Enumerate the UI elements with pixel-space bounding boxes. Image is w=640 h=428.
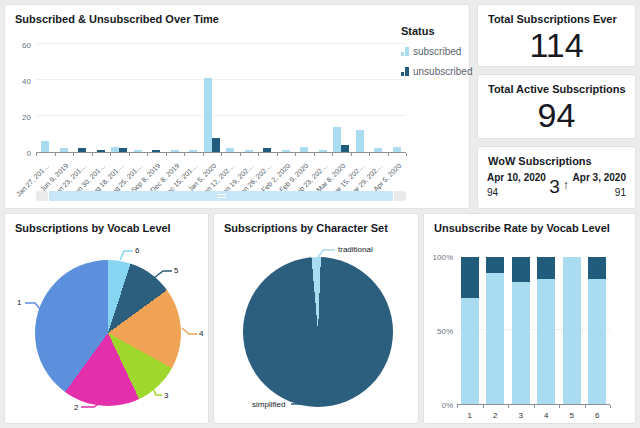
legend-item-unsubscribed[interactable]: unsubscribed: [401, 66, 469, 77]
bar-group: [585, 257, 611, 404]
axis-tick: [388, 153, 389, 156]
panel-wow-subscriptions: WoW Subscriptions Apr 10, 2020 94 3 ↑ Ap…: [477, 146, 636, 209]
scrollbar-thumb[interactable]: [49, 191, 393, 201]
pie-slice-label: 5: [174, 266, 178, 275]
axis-tick: [129, 153, 130, 156]
axis-tick: [73, 153, 74, 156]
bar-group: [258, 45, 277, 152]
axis-tick: [184, 153, 185, 156]
scrollbar-left-handle[interactable]: [36, 191, 48, 201]
date-range-scrollbar[interactable]: [36, 191, 406, 201]
pie-slice-label: 3: [164, 391, 168, 400]
pie-slice-label: 6: [135, 246, 139, 255]
stacked-bar[interactable]: [512, 257, 530, 404]
panel-total-active-subscriptions: Total Active Subscriptions 94: [477, 74, 636, 139]
pie-slice-label: simplified: [252, 400, 285, 409]
stacked-segment-subscribed[interactable]: [537, 279, 555, 404]
stacked-segment-unsubscribed[interactable]: [461, 257, 479, 298]
bar-subscribed[interactable]: [245, 150, 253, 152]
bar-group: [184, 45, 203, 152]
stacked-bar-plot: [457, 257, 610, 405]
panel-subscriptions-by-character-set: Subscriptions by Character Set tradition…: [213, 213, 419, 424]
time-series-plot: [36, 45, 406, 153]
axis-tick: [534, 405, 535, 408]
legend-item-label: unsubscribed: [413, 66, 472, 77]
panel-title: Subscriptions by Character Set: [224, 222, 388, 234]
legend-item-subscribed[interactable]: subscribed: [401, 46, 469, 57]
bar-subscribed[interactable]: [204, 78, 212, 152]
bar-subscribed[interactable]: [134, 150, 142, 152]
bar-subscribed[interactable]: [226, 148, 234, 152]
bar-unsubscribed[interactable]: [97, 150, 105, 152]
bar-unsubscribed[interactable]: [263, 148, 271, 152]
axis-tick: [483, 405, 484, 408]
stacked-bar[interactable]: [537, 257, 555, 404]
bar-subscribed[interactable]: [171, 150, 179, 152]
stacked-segment-subscribed[interactable]: [486, 273, 504, 404]
stacked-segment-subscribed[interactable]: [563, 257, 581, 404]
stacked-segment-unsubscribed[interactable]: [588, 257, 606, 279]
bar-group: [55, 45, 74, 152]
axis-tick: [610, 405, 611, 408]
bar-subscribed[interactable]: [300, 147, 308, 152]
stacked-bar[interactable]: [486, 257, 504, 404]
wow-current-value: 94: [487, 187, 546, 198]
wow-comparison-row: Apr 10, 2020 94 3 ↑ Apr 3, 2020 91: [487, 172, 626, 198]
bar-unsubscribed[interactable]: [78, 148, 86, 152]
bar-subscribed[interactable]: [393, 147, 401, 152]
wow-current-period: Apr 10, 2020 94: [487, 172, 546, 198]
stacked-segment-subscribed[interactable]: [461, 298, 479, 404]
bar-subscribed[interactable]: [319, 150, 327, 152]
bar-group: [277, 45, 296, 152]
bar-unsubscribed[interactable]: [212, 138, 220, 152]
axis-tick: [92, 153, 93, 156]
bar-subscribed[interactable]: [189, 150, 197, 152]
bar-subscribed[interactable]: [282, 150, 290, 152]
bar-unsubscribed[interactable]: [341, 145, 349, 152]
gridline: [36, 43, 406, 44]
x-tick-label: 5: [559, 411, 585, 420]
legend-item-label: subscribed: [413, 46, 461, 57]
stacked-bar[interactable]: [461, 257, 479, 404]
wow-previous-value: 91: [573, 187, 626, 198]
axis-tick: [406, 153, 407, 156]
axis-tick: [166, 153, 167, 156]
bar-group: [129, 45, 148, 152]
bar-group: [457, 257, 483, 404]
bar-group: [483, 257, 509, 404]
character-set-pie[interactable]: [243, 257, 393, 407]
axis-tick: [36, 153, 37, 156]
axis-tick: [332, 153, 333, 156]
bar-subscribed[interactable]: [374, 148, 382, 152]
y-tick-label: 0%: [427, 401, 453, 410]
stacked-segment-unsubscribed[interactable]: [512, 257, 530, 282]
kpi-value: 114: [478, 26, 635, 65]
bar-subscribed[interactable]: [333, 127, 341, 152]
pie-slice-label: 4: [199, 329, 203, 338]
stacked-bar[interactable]: [588, 257, 606, 404]
scrollbar-grip-icon: [217, 197, 226, 198]
pie-slice-label: 2: [74, 403, 78, 412]
bar-subscribed[interactable]: [356, 130, 364, 152]
axis-tick: [240, 153, 241, 156]
stacked-bar[interactable]: [563, 257, 581, 404]
bar-unsubscribed[interactable]: [152, 150, 160, 152]
panel-title: Unsubscribe Rate by Vocab Level: [434, 222, 610, 234]
vocab-level-pie[interactable]: [35, 260, 181, 406]
bar-subscribed[interactable]: [111, 147, 119, 152]
stacked-segment-subscribed[interactable]: [512, 282, 530, 404]
y-tick-label: 50%: [427, 327, 453, 336]
y-tick-label: 60: [9, 41, 31, 50]
bar-subscribed[interactable]: [41, 141, 49, 152]
x-tick-label: 4: [534, 411, 560, 420]
panel-title: Subscribed & Unsubscribed Over Time: [15, 13, 219, 25]
y-tick-label: 20: [9, 113, 31, 122]
scrollbar-right-handle[interactable]: [394, 191, 406, 201]
stacked-segment-unsubscribed[interactable]: [537, 257, 555, 279]
bar-subscribed[interactable]: [60, 148, 68, 152]
bar-group: [332, 45, 351, 152]
bar-unsubscribed[interactable]: [119, 148, 127, 152]
stacked-segment-subscribed[interactable]: [588, 279, 606, 404]
axis-tick: [314, 153, 315, 156]
stacked-segment-unsubscribed[interactable]: [486, 257, 504, 273]
